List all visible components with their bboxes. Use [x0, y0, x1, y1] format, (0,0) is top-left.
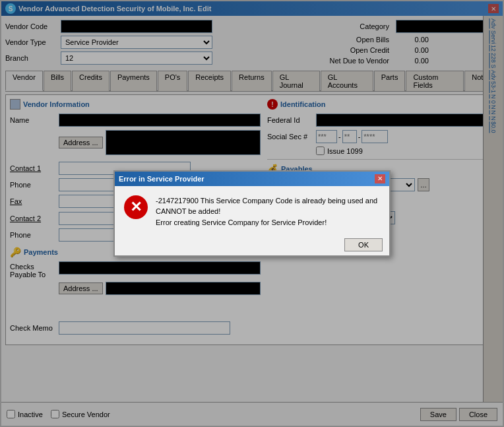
dialog-line2: CANNOT be added! [156, 207, 220, 215]
ok-button[interactable]: OK [344, 238, 383, 251]
dialog-message: -2147217900 This Service Company Code is… [156, 195, 377, 228]
dialog-overlay: Error in Service Provider ✕ ✕ -214721790… [1, 1, 503, 426]
error-icon: ✕ [124, 195, 148, 219]
main-window: S Vendor Advanced Detection Security of … [0, 0, 504, 427]
dialog-line1: -2147217900 This Service Company Code is… [156, 197, 377, 205]
dialog-close-button[interactable]: ✕ [375, 174, 385, 183]
dialog-body: ✕ -2147217900 This Service Company Code … [115, 186, 389, 235]
error-dialog: Error in Service Provider ✕ ✕ -214721790… [113, 170, 391, 257]
dialog-footer: OK [115, 234, 389, 255]
dialog-title-bar: Error in Service Provider ✕ [115, 172, 389, 186]
dialog-line3: Error creating Service Company for Servi… [156, 218, 327, 226]
dialog-title-text: Error in Service Provider [119, 175, 205, 183]
